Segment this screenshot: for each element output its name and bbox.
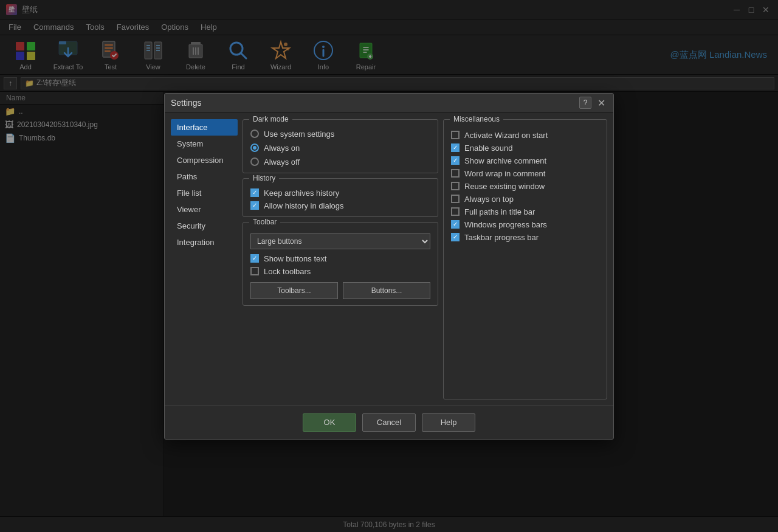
word-wrap-label: Word wrap in comment <box>464 169 545 178</box>
toolbar-legend: Toolbar <box>249 218 280 226</box>
dialog-title-buttons: ? ✕ <box>579 97 607 109</box>
cancel-button[interactable]: Cancel <box>362 413 416 432</box>
radio-always-off-label: Always off <box>264 157 300 167</box>
dialog-title: Settings <box>171 98 202 108</box>
toolbars-button[interactable]: Toolbars... <box>250 282 338 299</box>
show-btn-text-checkbox[interactable] <box>250 254 259 263</box>
history-options: Keep archives history Allow history in d… <box>250 188 430 210</box>
enable-sound-label: Enable sound <box>464 143 513 153</box>
history-panel: History Keep archives history Allow hist… <box>243 178 438 217</box>
nav-compression[interactable]: Compression <box>171 152 238 168</box>
lock-toolbars-row[interactable]: Lock toolbars <box>250 267 430 276</box>
nav-security[interactable]: Security <box>171 218 238 234</box>
left-panels: Dark mode Use system settings Always on <box>243 119 438 399</box>
enable-sound-checkbox[interactable] <box>451 143 460 152</box>
dialog-help-icon-button[interactable]: ? <box>579 97 591 109</box>
allow-history-checkbox[interactable] <box>250 201 259 210</box>
dialog-body: Interface System Compression Paths File … <box>165 113 613 406</box>
ok-button[interactable]: OK <box>303 413 356 432</box>
radio-always-off[interactable]: Always off <box>250 157 430 167</box>
radio-always-off-btn[interactable] <box>250 157 259 166</box>
settings-content: Dark mode Use system settings Always on <box>243 119 607 399</box>
right-panels: Miscellaneous Activate Wizard on start E… <box>443 119 607 399</box>
buttons-button[interactable]: Buttons... <box>343 282 430 299</box>
reuse-window-checkbox[interactable] <box>451 182 460 190</box>
reuse-window-label: Reuse existing window <box>464 182 545 191</box>
nav-viewer[interactable]: Viewer <box>171 201 238 218</box>
dialog-footer: OK Cancel Help <box>165 406 613 439</box>
nav-file-list[interactable]: File list <box>171 185 238 201</box>
taskbar-progress-checkbox[interactable] <box>451 233 460 241</box>
show-btn-text-label: Show buttons text <box>264 254 326 263</box>
nav-paths[interactable]: Paths <box>171 168 238 185</box>
toolbar-sub-buttons: Toolbars... Buttons... <box>250 282 430 299</box>
misc-panel: Miscellaneous Activate Wizard on start E… <box>443 119 607 399</box>
help-button[interactable]: Help <box>422 413 475 432</box>
activate-wizard-row[interactable]: Activate Wizard on start <box>451 131 599 140</box>
allow-history-row[interactable]: Allow history in dialogs <box>250 201 430 210</box>
reuse-window-row[interactable]: Reuse existing window <box>451 182 599 191</box>
activate-wizard-checkbox[interactable] <box>451 131 460 139</box>
show-archive-comment-row[interactable]: Show archive comment <box>451 156 599 165</box>
misc-checkboxes: Activate Wizard on start Enable sound Sh… <box>451 131 599 242</box>
nav-system[interactable]: System <box>171 136 238 152</box>
radio-system[interactable]: Use system settings <box>250 130 430 139</box>
taskbar-progress-label: Taskbar progress bar <box>464 233 539 242</box>
show-btn-text-row[interactable]: Show buttons text <box>250 254 430 263</box>
radio-always-on-label: Always on <box>264 143 300 153</box>
full-paths-label: Full paths in title bar <box>464 207 535 216</box>
taskbar-progress-row[interactable]: Taskbar progress bar <box>451 233 599 242</box>
word-wrap-row[interactable]: Word wrap in comment <box>451 169 599 178</box>
radio-system-label: Use system settings <box>264 130 334 139</box>
toolbar-size-select[interactable]: Large buttons Small buttons No buttons <box>250 233 430 249</box>
toolbar-checkboxes: Show buttons text Lock toolbars <box>250 254 430 276</box>
allow-history-label: Allow history in dialogs <box>264 201 344 210</box>
windows-progress-label: Windows progress bars <box>464 220 547 229</box>
lock-toolbars-checkbox[interactable] <box>250 267 259 275</box>
toolbar-size-row: Large buttons Small buttons No buttons <box>250 233 430 249</box>
windows-progress-checkbox[interactable] <box>451 220 460 229</box>
full-paths-checkbox[interactable] <box>451 207 460 216</box>
keep-history-checkbox[interactable] <box>250 188 259 197</box>
misc-legend: Miscellaneous <box>450 115 503 123</box>
dark-mode-legend: Dark mode <box>249 115 292 123</box>
show-archive-comment-checkbox[interactable] <box>451 156 460 165</box>
radio-always-on[interactable]: Always on <box>250 143 430 153</box>
dialog-close-button[interactable]: ✕ <box>595 97 607 109</box>
windows-progress-row[interactable]: Windows progress bars <box>451 220 599 229</box>
always-on-top-row[interactable]: Always on top <box>451 195 599 204</box>
toolbar-panel: Toolbar Large buttons Small buttons No b… <box>243 222 438 306</box>
keep-history-row[interactable]: Keep archives history <box>250 188 430 198</box>
always-on-top-label: Always on top <box>464 195 514 204</box>
nav-integration[interactable]: Integration <box>171 234 238 250</box>
radio-always-on-btn[interactable] <box>250 143 259 152</box>
lock-toolbars-label: Lock toolbars <box>264 267 311 276</box>
always-on-top-checkbox[interactable] <box>451 195 460 203</box>
full-paths-row[interactable]: Full paths in title bar <box>451 207 599 216</box>
show-archive-comment-label: Show archive comment <box>464 156 546 165</box>
keep-history-label: Keep archives history <box>264 188 339 198</box>
dark-mode-options: Use system settings Always on Always off <box>250 130 430 167</box>
history-legend: History <box>249 174 279 182</box>
dark-mode-panel: Dark mode Use system settings Always on <box>243 119 438 173</box>
toolbar-settings: Large buttons Small buttons No buttons S… <box>250 233 430 299</box>
radio-system-btn[interactable] <box>250 130 259 138</box>
nav-interface[interactable]: Interface <box>171 119 238 136</box>
enable-sound-row[interactable]: Enable sound <box>451 143 599 153</box>
word-wrap-checkbox[interactable] <box>451 169 460 178</box>
dialog-overlay: Settings ? ✕ Interface System Compressio… <box>0 0 778 532</box>
settings-nav: Interface System Compression Paths File … <box>171 119 238 399</box>
settings-dialog: Settings ? ✕ Interface System Compressio… <box>164 93 614 440</box>
activate-wizard-label: Activate Wizard on start <box>464 131 548 140</box>
dialog-title-bar: Settings ? ✕ <box>165 94 613 113</box>
